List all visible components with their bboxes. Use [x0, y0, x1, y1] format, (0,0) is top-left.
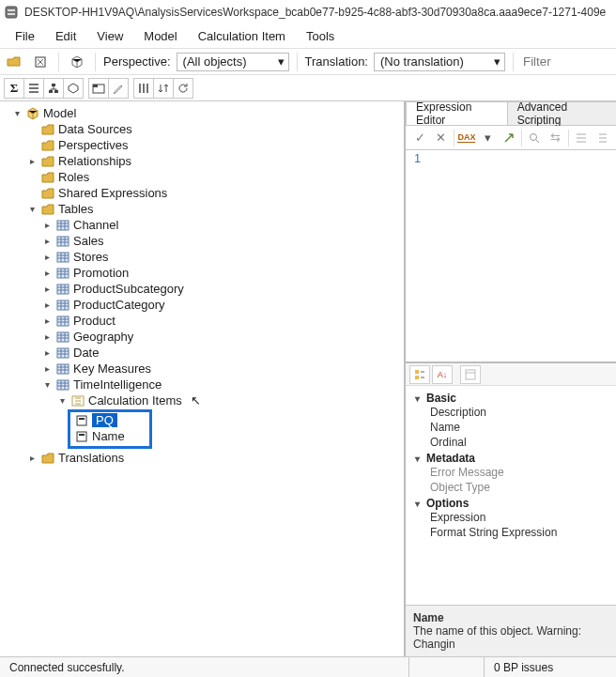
expand-icon[interactable]: ▸ — [41, 284, 53, 294]
menu-edit[interactable]: Edit — [46, 27, 85, 45]
accept-icon[interactable]: ✓ — [411, 128, 428, 148]
filter-input[interactable] — [521, 54, 559, 69]
expand-icon[interactable]: ▸ — [41, 236, 53, 246]
find-icon[interactable] — [526, 128, 543, 148]
tab-advanced-scripting[interactable]: Advanced Scripting — [507, 101, 616, 125]
dax-format-icon[interactable]: DAX — [457, 128, 475, 148]
menu-file[interactable]: File — [6, 27, 44, 45]
tree-label: Calculation Items — [88, 393, 182, 408]
folder-view-icon[interactable] — [88, 78, 109, 99]
expand-icon[interactable]: ▸ — [41, 268, 53, 278]
tree-calculation-items[interactable]: ▾Calculation Items ↖ — [56, 392, 404, 408]
expression-editor[interactable]: 1 — [406, 150, 616, 363]
expand-icon[interactable]: ▸ — [41, 363, 53, 374]
comment-icon[interactable]: ⇆ — [547, 128, 563, 148]
expand-icon[interactable]: ▸ — [41, 315, 53, 326]
tree-table-productsubcategory[interactable]: ▸ProductSubcategory — [41, 281, 404, 297]
tree-translations[interactable]: ▸Translations — [26, 450, 404, 466]
edit-icon[interactable] — [108, 78, 129, 99]
chevron-down-icon[interactable]: ▾ — [479, 128, 496, 148]
goto-icon[interactable] — [500, 128, 517, 148]
columns-icon[interactable] — [133, 78, 154, 99]
property-pages-icon[interactable] — [460, 365, 481, 384]
tree-table-productcategory[interactable]: ▸ProductCategory — [41, 297, 404, 313]
indent-icon[interactable] — [572, 128, 589, 148]
prop-description[interactable]: Description — [411, 405, 610, 420]
list-icon[interactable] — [23, 78, 44, 99]
open-icon[interactable] — [4, 52, 24, 72]
expand-icon[interactable]: ▸ — [26, 453, 38, 463]
tree-table-geography[interactable]: ▸Geography — [41, 329, 404, 345]
cancel-icon[interactable]: ✕ — [432, 128, 449, 148]
tree-roles[interactable]: Roles — [26, 169, 404, 185]
expand-icon[interactable]: ▸ — [26, 156, 38, 166]
table-icon — [55, 251, 70, 264]
outdent-icon[interactable] — [593, 128, 610, 148]
sigma-icon[interactable]: Σ — [4, 78, 24, 99]
cube-view-icon[interactable] — [63, 78, 84, 99]
deploy-icon[interactable] — [30, 52, 51, 72]
tab-expression-editor[interactable]: Expression Editor — [406, 101, 508, 125]
properties-toolbar: A↓ — [406, 363, 616, 386]
tree-table-stores[interactable]: ▸Stores — [41, 249, 404, 265]
menu-tools[interactable]: Tools — [297, 27, 344, 45]
sort-icon[interactable] — [153, 78, 174, 99]
tree-table-channel[interactable]: ▸Channel — [41, 217, 404, 233]
collapse-icon[interactable]: ▾ — [56, 395, 68, 406]
tree-relationships[interactable]: ▸Relationships — [26, 153, 404, 169]
refresh-icon[interactable] — [173, 78, 193, 99]
tree-tables[interactable]: ▾Tables — [26, 201, 404, 217]
svg-rect-4 — [52, 84, 55, 86]
tree-table-key-measures[interactable]: ▸Key Measures — [41, 361, 404, 377]
expand-icon[interactable]: ▸ — [41, 220, 53, 230]
prop-category-basic[interactable]: ▾Basic — [411, 392, 610, 405]
collapse-icon[interactable]: ▾ — [26, 204, 38, 214]
collapse-icon[interactable]: ▾ — [11, 108, 23, 118]
menu-model[interactable]: Model — [134, 27, 186, 45]
alphabetical-icon[interactable]: A↓ — [432, 365, 453, 384]
menu-view[interactable]: View — [87, 27, 132, 45]
tree-root-model[interactable]: ▾ Model — [11, 105, 404, 121]
tree-shared-expressions[interactable]: Shared Expressions — [26, 185, 404, 201]
tree-label: Promotion — [73, 266, 129, 280]
prop-category-metadata[interactable]: ▾Metadata — [411, 452, 610, 465]
prop-format-string-expression[interactable]: Format String Expression — [411, 525, 610, 540]
tree-table-date[interactable]: ▸Date — [41, 345, 404, 361]
prop-expression[interactable]: Expression — [411, 510, 610, 525]
prop-category-options[interactable]: ▾Options — [411, 497, 610, 510]
calc-group-icon — [70, 394, 85, 408]
menu-calculation-item[interactable]: Calculation Item — [189, 27, 295, 45]
expand-icon[interactable]: ▸ — [41, 300, 53, 310]
expand-icon[interactable]: ▸ — [41, 252, 53, 262]
tree-table-sales[interactable]: ▸Sales — [41, 233, 404, 249]
translation-combo[interactable]: (No translation) ▾ — [374, 53, 505, 71]
model-icon — [25, 107, 40, 120]
status-middle — [409, 657, 485, 677]
tree-perspectives[interactable]: Perspectives — [26, 137, 404, 153]
cube-icon[interactable] — [67, 52, 87, 72]
tree-table-promotion[interactable]: ▸Promotion — [41, 265, 404, 281]
tree-data-sources[interactable]: Data Sources — [26, 121, 404, 137]
tree-table-product[interactable]: ▸Product — [41, 313, 404, 329]
table-icon — [55, 235, 70, 248]
categorized-icon[interactable] — [409, 365, 430, 384]
tree-label: Name — [92, 429, 125, 443]
hierarchy-icon[interactable] — [43, 78, 64, 99]
perspective-combo[interactable]: (All objects) ▾ — [177, 53, 289, 71]
calc-item-pq[interactable]: PQ — [74, 412, 146, 428]
model-tree[interactable]: ▾ Model Data Sources Perspectives ▸Relat… — [0, 101, 406, 656]
collapse-icon[interactable]: ▾ — [411, 499, 423, 509]
collapse-icon[interactable]: ▾ — [411, 454, 423, 464]
tree-table-timeintelligence[interactable]: ▾TimeIntelligence — [41, 377, 404, 392]
prop-name[interactable]: Name — [411, 420, 610, 435]
expand-icon[interactable]: ▸ — [41, 331, 53, 342]
calc-item-name[interactable]: Name — [74, 428, 146, 444]
collapse-icon[interactable]: ▾ — [41, 379, 53, 390]
separator — [568, 130, 569, 146]
properties-grid[interactable]: ▾Basic Description Name Ordinal ▾Metadat… — [406, 386, 616, 606]
collapse-icon[interactable]: ▾ — [411, 393, 423, 404]
code-area[interactable] — [424, 150, 616, 362]
prop-ordinal[interactable]: Ordinal — [411, 435, 610, 450]
table-icon — [55, 283, 70, 296]
expand-icon[interactable]: ▸ — [41, 347, 53, 358]
